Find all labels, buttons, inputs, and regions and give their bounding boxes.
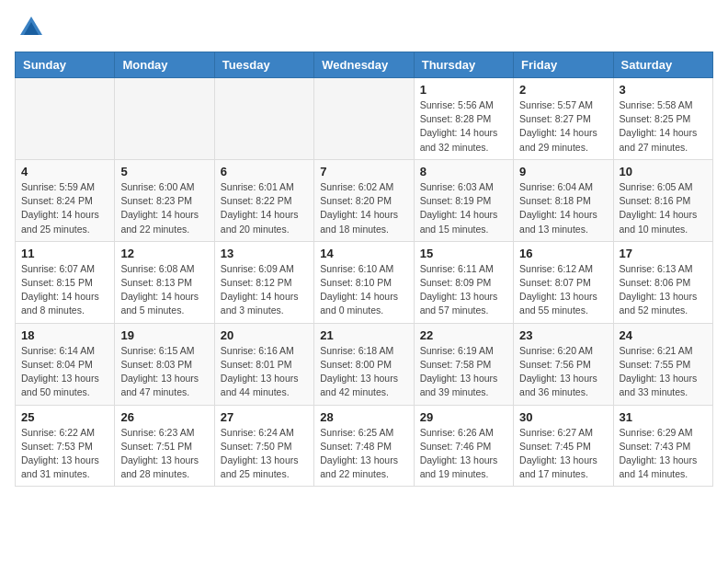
day-number: 8 [420,165,507,178]
day-detail: Sunrise: 6:18 AMSunset: 8:00 PMDaylight:… [320,344,407,400]
calendar-day-cell: 15Sunrise: 6:11 AMSunset: 8:09 PMDayligh… [414,241,513,323]
day-number: 26 [120,410,208,424]
day-detail: Sunrise: 5:59 AMSunset: 8:24 PMDaylight:… [21,180,108,236]
day-number: 21 [320,328,407,342]
calendar-day-cell: 26Sunrise: 6:23 AMSunset: 7:51 PMDayligh… [115,405,214,487]
day-number: 11 [21,247,108,260]
day-number: 15 [420,247,507,260]
calendar-day-cell: 11Sunrise: 6:07 AMSunset: 8:15 PMDayligh… [16,241,115,323]
weekday-header-thursday: Thursday [414,52,513,78]
calendar-day-cell: 20Sunrise: 6:16 AMSunset: 8:01 PMDayligh… [214,323,313,405]
calendar-day-cell: 13Sunrise: 6:09 AMSunset: 8:12 PMDayligh… [214,241,313,323]
calendar-week-row: 25Sunrise: 6:22 AMSunset: 7:53 PMDayligh… [16,405,713,487]
calendar-day-cell: 17Sunrise: 6:13 AMSunset: 8:06 PMDayligh… [613,241,712,323]
day-detail: Sunrise: 6:29 AMSunset: 7:43 PMDaylight:… [620,426,707,482]
day-number: 31 [620,410,707,424]
day-number: 4 [21,165,108,178]
calendar-day-cell: 24Sunrise: 6:21 AMSunset: 7:55 PMDayligh… [613,323,712,405]
day-detail: Sunrise: 6:05 AMSunset: 8:16 PMDaylight:… [620,180,707,236]
day-number: 30 [519,410,607,424]
day-detail: Sunrise: 6:26 AMSunset: 7:46 PMDaylight:… [420,426,507,482]
day-number: 23 [519,328,607,342]
logo [15,15,44,40]
day-detail: Sunrise: 6:10 AMSunset: 8:10 PMDaylight:… [320,262,407,318]
day-number: 22 [420,328,507,342]
day-number: 19 [120,328,208,342]
day-detail: Sunrise: 6:09 AMSunset: 8:12 PMDaylight:… [221,262,308,318]
day-detail: Sunrise: 6:22 AMSunset: 7:53 PMDaylight:… [21,426,108,482]
day-detail: Sunrise: 6:20 AMSunset: 7:56 PMDaylight:… [519,344,607,400]
calendar-day-cell: 5Sunrise: 6:00 AMSunset: 8:23 PMDaylight… [115,159,214,241]
day-number: 28 [320,410,407,424]
weekday-header-friday: Friday [514,52,613,78]
weekday-header-sunday: Sunday [16,52,115,78]
day-number: 12 [120,247,208,260]
day-number: 7 [320,165,407,178]
day-number: 29 [420,410,507,424]
calendar-day-cell: 3Sunrise: 5:58 AMSunset: 8:25 PMDaylight… [613,78,712,160]
day-number: 25 [21,410,108,424]
calendar-day-cell [16,78,115,160]
calendar-day-cell: 14Sunrise: 6:10 AMSunset: 8:10 PMDayligh… [314,241,414,323]
day-number: 6 [221,165,308,178]
day-detail: Sunrise: 6:27 AMSunset: 7:45 PMDaylight:… [519,426,607,482]
day-detail: Sunrise: 6:08 AMSunset: 8:13 PMDaylight:… [120,262,208,318]
day-detail: Sunrise: 6:21 AMSunset: 7:55 PMDaylight:… [620,344,707,400]
day-number: 5 [120,165,208,178]
calendar-day-cell: 28Sunrise: 6:25 AMSunset: 7:48 PMDayligh… [314,405,414,487]
calendar-day-cell [314,78,414,160]
day-detail: Sunrise: 6:19 AMSunset: 7:58 PMDaylight:… [420,344,507,400]
calendar-day-cell [115,78,214,160]
day-detail: Sunrise: 6:04 AMSunset: 8:18 PMDaylight:… [519,180,607,236]
weekday-header-tuesday: Tuesday [214,52,313,78]
weekday-header-row: SundayMondayTuesdayWednesdayThursdayFrid… [16,52,713,78]
calendar-day-cell: 27Sunrise: 6:24 AMSunset: 7:50 PMDayligh… [214,405,313,487]
calendar-day-cell: 12Sunrise: 6:08 AMSunset: 8:13 PMDayligh… [115,241,214,323]
calendar-day-cell: 31Sunrise: 6:29 AMSunset: 7:43 PMDayligh… [613,405,712,487]
calendar-day-cell: 1Sunrise: 5:56 AMSunset: 8:28 PMDaylight… [414,78,513,160]
day-detail: Sunrise: 6:23 AMSunset: 7:51 PMDaylight:… [120,426,208,482]
calendar-day-cell: 4Sunrise: 5:59 AMSunset: 8:24 PMDaylight… [16,159,115,241]
calendar-day-cell: 25Sunrise: 6:22 AMSunset: 7:53 PMDayligh… [16,405,115,487]
day-detail: Sunrise: 6:15 AMSunset: 8:03 PMDaylight:… [120,344,208,400]
calendar-day-cell [214,78,313,160]
calendar-table: SundayMondayTuesdayWednesdayThursdayFrid… [15,52,713,487]
day-number: 1 [420,83,507,97]
calendar-day-cell: 16Sunrise: 6:12 AMSunset: 8:07 PMDayligh… [514,241,613,323]
weekday-header-wednesday: Wednesday [314,52,414,78]
day-number: 10 [620,165,707,178]
day-detail: Sunrise: 6:14 AMSunset: 8:04 PMDaylight:… [21,344,108,400]
day-number: 16 [519,247,607,260]
day-detail: Sunrise: 6:16 AMSunset: 8:01 PMDaylight:… [221,344,308,400]
day-number: 2 [519,83,607,97]
calendar-day-cell: 18Sunrise: 6:14 AMSunset: 8:04 PMDayligh… [16,323,115,405]
day-detail: Sunrise: 6:01 AMSunset: 8:22 PMDaylight:… [221,180,308,236]
day-detail: Sunrise: 6:11 AMSunset: 8:09 PMDaylight:… [420,262,507,318]
day-detail: Sunrise: 6:03 AMSunset: 8:19 PMDaylight:… [420,180,507,236]
day-number: 13 [221,247,308,260]
calendar-day-cell: 29Sunrise: 6:26 AMSunset: 7:46 PMDayligh… [414,405,513,487]
day-detail: Sunrise: 6:24 AMSunset: 7:50 PMDaylight:… [221,426,308,482]
logo-icon [18,15,44,40]
calendar-day-cell: 23Sunrise: 6:20 AMSunset: 7:56 PMDayligh… [514,323,613,405]
calendar-day-cell: 7Sunrise: 6:02 AMSunset: 8:20 PMDaylight… [314,159,414,241]
day-number: 27 [221,410,308,424]
day-number: 20 [221,328,308,342]
day-number: 17 [620,247,707,260]
day-detail: Sunrise: 5:56 AMSunset: 8:28 PMDaylight:… [420,98,507,155]
calendar-day-cell: 22Sunrise: 6:19 AMSunset: 7:58 PMDayligh… [414,323,513,405]
day-detail: Sunrise: 6:02 AMSunset: 8:20 PMDaylight:… [320,180,407,236]
day-number: 3 [620,83,707,97]
calendar-week-row: 4Sunrise: 5:59 AMSunset: 8:24 PMDaylight… [16,159,713,241]
page-header [15,15,713,40]
day-detail: Sunrise: 6:25 AMSunset: 7:48 PMDaylight:… [320,426,407,482]
day-number: 9 [519,165,607,178]
day-number: 24 [620,328,707,342]
calendar-week-row: 1Sunrise: 5:56 AMSunset: 8:28 PMDaylight… [16,78,713,160]
day-detail: Sunrise: 6:13 AMSunset: 8:06 PMDaylight:… [620,262,707,318]
calendar-day-cell: 2Sunrise: 5:57 AMSunset: 8:27 PMDaylight… [514,78,613,160]
weekday-header-monday: Monday [115,52,214,78]
calendar-week-row: 18Sunrise: 6:14 AMSunset: 8:04 PMDayligh… [16,323,713,405]
calendar-day-cell: 9Sunrise: 6:04 AMSunset: 8:18 PMDaylight… [514,159,613,241]
day-detail: Sunrise: 6:07 AMSunset: 8:15 PMDaylight:… [21,262,108,318]
